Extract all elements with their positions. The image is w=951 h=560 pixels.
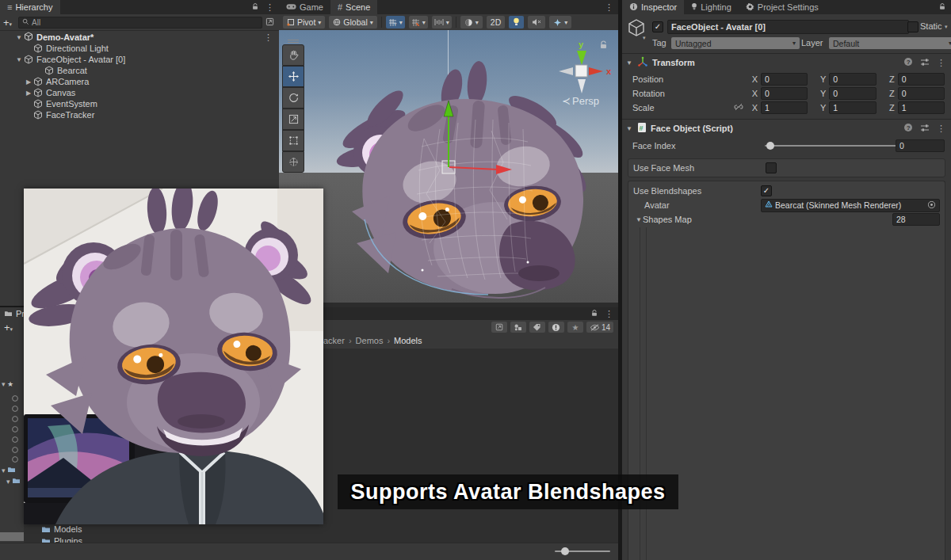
tab-inspector[interactable]: Inspector bbox=[622, 0, 684, 14]
unity-editor-window: ≡ Hierarchy ⋮ +▾ All ▼ Demo-Avatar* ⋮ bbox=[0, 0, 951, 560]
hierarchy-row[interactable]: EventSystem bbox=[0, 98, 279, 109]
tab-lighting[interactable]: Lighting bbox=[684, 0, 739, 14]
scale-tool-button[interactable] bbox=[282, 109, 304, 130]
transform-tool-button[interactable] bbox=[282, 151, 304, 173]
scene-audio-button[interactable] bbox=[528, 16, 545, 29]
add-asset-button[interactable]: +▾ bbox=[0, 322, 17, 333]
transform-header[interactable]: ▼ Transform ? ⋮ bbox=[622, 55, 951, 70]
hierarchy-row-scene[interactable]: ▼ Demo-Avatar* ⋮ bbox=[0, 32, 279, 43]
scene-effects-button[interactable]: ▾ bbox=[549, 16, 571, 29]
tag-dropdown[interactable]: Untagged▾ bbox=[671, 37, 800, 49]
snap-increment-button[interactable]: ▾ bbox=[409, 16, 428, 29]
scene-picker-icon[interactable] bbox=[265, 17, 279, 28]
hierarchy-row[interactable]: Directional Light bbox=[0, 43, 279, 54]
hierarchy-row[interactable]: FaceTracker bbox=[0, 109, 279, 120]
face-index-slider[interactable]: 0 bbox=[765, 139, 945, 152]
hierarchy-row[interactable]: ▶Canvas bbox=[0, 87, 279, 98]
use-blendshapes-checkbox[interactable]: ✓ bbox=[761, 185, 772, 196]
rotation-x-field[interactable]: 0 bbox=[761, 87, 808, 100]
panel-menu-icon[interactable]: ⋮ bbox=[265, 3, 274, 12]
object-picker-icon[interactable] bbox=[927, 200, 936, 211]
tab-hierarchy[interactable]: ≡ Hierarchy bbox=[0, 0, 60, 14]
scene-viewport[interactable]: y x ≺ Persp bbox=[279, 30, 618, 307]
tab-scene[interactable]: # Scene bbox=[330, 0, 377, 14]
zoom-slider-knob[interactable] bbox=[561, 547, 569, 555]
info-icon bbox=[629, 2, 638, 13]
lock-icon[interactable] bbox=[251, 2, 259, 13]
skinned-mesh-icon bbox=[765, 200, 773, 210]
webcam-preview-overlay bbox=[24, 189, 323, 524]
assets-foldout[interactable]: ▾ bbox=[2, 466, 16, 474]
active-checkbox[interactable]: ✓ bbox=[652, 21, 663, 32]
hand-tool-button[interactable] bbox=[282, 44, 304, 66]
scale-y-field[interactable]: 1 bbox=[829, 101, 876, 114]
favorites-star-icon[interactable]: ★ bbox=[567, 322, 583, 333]
scene-orientation-gizmo[interactable]: y x ≺ Persp bbox=[551, 38, 614, 111]
use-face-mesh-checkbox[interactable] bbox=[766, 162, 777, 173]
pivot-toggle-button[interactable]: Pivot▾ bbox=[283, 16, 325, 29]
avatar-object-field[interactable]: Bearcat (Skinned Mesh Renderer) bbox=[761, 199, 940, 212]
panel-menu-icon[interactable]: ⋮ bbox=[605, 3, 613, 12]
static-checkbox[interactable] bbox=[907, 21, 919, 32]
rotation-z-field[interactable]: 0 bbox=[898, 87, 945, 100]
static-flags-caret[interactable]: ▾ bbox=[945, 24, 948, 30]
layer-dropdown[interactable]: Default▾ bbox=[829, 37, 951, 49]
face-index-slider-knob[interactable] bbox=[766, 142, 774, 150]
2d-toggle-button[interactable]: 2D bbox=[487, 16, 505, 29]
component-menu-icon[interactable]: ⋮ bbox=[937, 59, 945, 67]
maximize-icon[interactable] bbox=[491, 322, 507, 333]
scene-icon bbox=[24, 32, 33, 43]
face-index-value-field[interactable]: 0 bbox=[896, 139, 945, 152]
breadcrumb-segment[interactable]: Demos bbox=[356, 336, 384, 345]
breadcrumb-segment[interactable]: acker bbox=[323, 336, 345, 345]
scene-menu-icon[interactable]: ⋮ bbox=[264, 33, 273, 42]
horizontal-scrollbar-thumb[interactable] bbox=[0, 532, 24, 541]
position-y-field[interactable]: 0 bbox=[829, 73, 876, 86]
warning-filter-icon[interactable] bbox=[548, 322, 564, 333]
tab-game[interactable]: Game bbox=[279, 0, 330, 14]
favorites-foldout[interactable]: ▾ ★ bbox=[2, 380, 13, 388]
overlay-drag-handle[interactable] bbox=[282, 38, 304, 44]
hidden-count-button[interactable]: 14 bbox=[586, 322, 613, 333]
use-blendshapes-label: Use Blendshapes bbox=[633, 186, 761, 196]
panel-menu-icon[interactable]: ⋮ bbox=[605, 310, 613, 318]
folder-row[interactable]: Models bbox=[41, 524, 82, 535]
gameobject-name-field[interactable]: FaceObject - Avatar [0] bbox=[667, 20, 909, 34]
icon-picker-caret[interactable]: ▾ bbox=[643, 35, 646, 41]
global-toggle-button[interactable]: Global▾ bbox=[329, 16, 376, 29]
rect-tool-button[interactable] bbox=[282, 130, 304, 151]
grid-visibility-button[interactable]: Y ▾ bbox=[386, 16, 405, 29]
help-icon[interactable]: ? bbox=[903, 57, 913, 68]
shading-mode-button[interactable]: ▾ bbox=[460, 16, 483, 29]
shapes-map-count-field[interactable]: 28 bbox=[892, 213, 940, 226]
lock-icon[interactable] bbox=[938, 2, 946, 13]
subfolder-foldout[interactable]: ▾ bbox=[6, 477, 21, 486]
snap-settings-button[interactable]: ▾ bbox=[432, 16, 452, 29]
shapes-map-row[interactable]: ▼ Shapes Map 28 bbox=[635, 213, 940, 226]
constrain-proportions-icon[interactable] bbox=[734, 103, 747, 112]
component-menu-icon[interactable]: ⋮ bbox=[937, 124, 945, 133]
svg-text:?: ? bbox=[907, 59, 911, 66]
scale-z-field[interactable]: 1 bbox=[898, 101, 945, 114]
move-tool-button[interactable] bbox=[282, 66, 304, 87]
breadcrumb-segment-current[interactable]: Models bbox=[394, 336, 422, 345]
asset-bundle-icon[interactable] bbox=[510, 322, 526, 333]
presets-icon[interactable] bbox=[920, 58, 930, 68]
face-object-header[interactable]: ▼ # Face Object (Script) ? ⋮ bbox=[622, 121, 951, 135]
presets-icon[interactable] bbox=[920, 124, 930, 134]
add-gameobject-button[interactable]: +▾ bbox=[0, 17, 15, 29]
hierarchy-row[interactable]: Bearcat bbox=[0, 65, 279, 76]
rotate-tool-button[interactable] bbox=[282, 87, 304, 109]
hierarchy-row-selected[interactable]: ▼FaceObject - Avatar [0] bbox=[0, 54, 279, 65]
rotation-y-field[interactable]: 0 bbox=[829, 87, 876, 100]
hierarchy-search-input[interactable]: All bbox=[18, 17, 262, 29]
position-z-field[interactable]: 0 bbox=[898, 73, 945, 86]
tab-project-settings[interactable]: Project Settings bbox=[739, 0, 826, 14]
hierarchy-row[interactable]: ▶ARCamera bbox=[0, 76, 279, 87]
help-icon[interactable]: ? bbox=[903, 123, 913, 134]
position-x-field[interactable]: 0 bbox=[761, 73, 808, 86]
lock-icon[interactable] bbox=[590, 309, 598, 319]
scene-lighting-button[interactable] bbox=[509, 16, 524, 29]
label-tag-icon[interactable] bbox=[529, 322, 545, 333]
scale-x-field[interactable]: 1 bbox=[761, 101, 808, 114]
